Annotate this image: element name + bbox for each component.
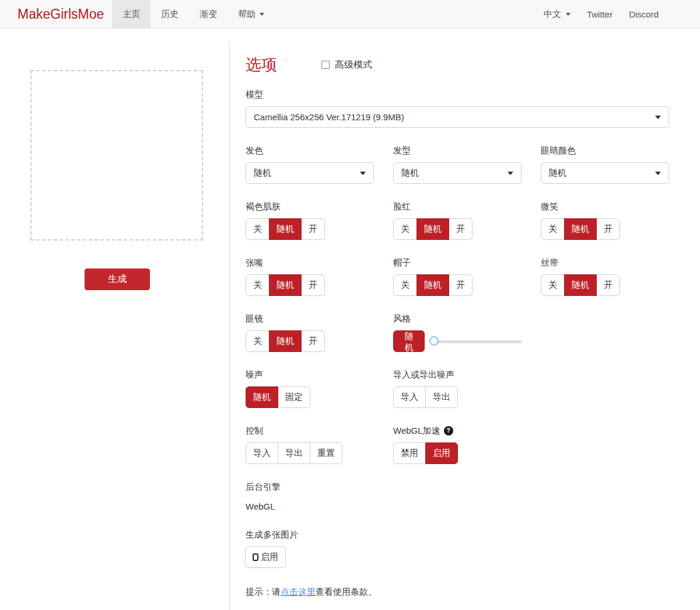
tab-help[interactable]: 帮助 bbox=[228, 0, 275, 28]
noise-io-group: 导入 导出 bbox=[393, 386, 458, 408]
blush-random-button[interactable]: 随机 bbox=[416, 218, 449, 240]
eye-color-label: 眼睛颜色 bbox=[541, 144, 669, 156]
multi-image-enable-button[interactable]: 启用 bbox=[245, 546, 286, 568]
open-mouth-on-button[interactable]: 开 bbox=[301, 274, 325, 296]
noise-export-button[interactable]: 导出 bbox=[425, 386, 458, 408]
glasses-toggle: 关 随机 开 bbox=[246, 330, 325, 352]
main-content: 生成 选项 高级模式 模型 Camellia 256x256 Ver.17121… bbox=[0, 42, 700, 610]
tab-help-label: 帮助 bbox=[238, 9, 256, 20]
style-random-button[interactable]: 随机 bbox=[393, 330, 425, 352]
eye-color-select[interactable]: 随机 bbox=[541, 162, 669, 184]
tab-home[interactable]: 主页 bbox=[112, 0, 150, 28]
noise-random-button[interactable]: 随机 bbox=[246, 386, 278, 408]
ribbon-off-button[interactable]: 关 bbox=[541, 274, 565, 296]
dark-skin-label: 褐色肌肤 bbox=[246, 200, 374, 212]
hat-on-button[interactable]: 开 bbox=[449, 274, 473, 296]
multi-image-label: 生成多张图片 bbox=[246, 528, 700, 541]
hat-off-button[interactable]: 关 bbox=[393, 274, 417, 296]
smile-random-button[interactable]: 随机 bbox=[564, 218, 597, 240]
control-export-button[interactable]: 导出 bbox=[278, 442, 310, 464]
advanced-mode-toggle[interactable]: 高级模式 bbox=[321, 59, 372, 71]
smile-off-button[interactable]: 关 bbox=[541, 218, 565, 240]
hair-style-value: 随机 bbox=[401, 168, 419, 179]
blush-toggle: 关 随机 开 bbox=[393, 218, 473, 240]
blush-label: 脸红 bbox=[393, 200, 522, 212]
glasses-on-button[interactable]: 开 bbox=[301, 330, 325, 352]
style-label: 风格 bbox=[393, 312, 522, 325]
webgl-disable-button[interactable]: 禁用 bbox=[393, 442, 426, 464]
dark-skin-off-button[interactable]: 关 bbox=[246, 218, 270, 240]
chevron-down-icon bbox=[508, 172, 513, 175]
language-label: 中文 bbox=[544, 9, 561, 20]
tab-home-label: 主页 bbox=[123, 9, 140, 20]
noise-import-button[interactable]: 导入 bbox=[393, 386, 426, 408]
noise-toggle: 随机 固定 bbox=[246, 386, 310, 408]
image-placeholder bbox=[30, 70, 203, 240]
tab-transition[interactable]: 渐变 bbox=[189, 0, 228, 28]
glasses-off-button[interactable]: 关 bbox=[246, 330, 270, 352]
ribbon-on-button[interactable]: 开 bbox=[596, 274, 620, 296]
model-label: 模型 bbox=[246, 88, 700, 100]
options-title: 选项 bbox=[246, 54, 277, 75]
webgl-label-row: WebGL加速 ? bbox=[393, 424, 522, 437]
tab-history[interactable]: 历史 bbox=[150, 0, 189, 28]
backend-label: 后台引擎 bbox=[246, 480, 700, 493]
hair-color-label: 发色 bbox=[246, 144, 374, 156]
hat-toggle: 关 随机 开 bbox=[393, 274, 473, 296]
smile-label: 微笑 bbox=[541, 200, 669, 212]
blush-on-button[interactable]: 开 bbox=[449, 218, 473, 240]
chevron-down-icon bbox=[655, 172, 661, 175]
eye-color-value: 随机 bbox=[549, 168, 566, 179]
multi-image-enable-label: 启用 bbox=[261, 552, 278, 563]
hair-style-select[interactable]: 随机 bbox=[393, 162, 522, 184]
options-header: 选项 高级模式 bbox=[246, 54, 700, 75]
terms-link[interactable]: 点击这里 bbox=[281, 587, 316, 597]
blush-off-button[interactable]: 关 bbox=[393, 218, 417, 240]
model-select[interactable]: Camellia 256x256 Ver.171219 (9.9MB) bbox=[246, 106, 669, 128]
dark-skin-on-button[interactable]: 开 bbox=[301, 218, 325, 240]
open-mouth-toggle: 关 随机 开 bbox=[246, 274, 325, 296]
language-dropdown[interactable]: 中文 bbox=[544, 9, 570, 20]
twitter-link[interactable]: Twitter bbox=[587, 9, 612, 19]
glasses-random-button[interactable]: 随机 bbox=[269, 330, 302, 352]
style-slider[interactable] bbox=[429, 336, 522, 347]
square-outline-icon bbox=[253, 553, 258, 561]
open-mouth-label: 张嘴 bbox=[246, 256, 374, 269]
webgl-enable-button[interactable]: 启用 bbox=[425, 442, 458, 464]
control-reset-button[interactable]: 重置 bbox=[310, 442, 342, 464]
hat-random-button[interactable]: 随机 bbox=[416, 274, 449, 296]
style-slider-thumb[interactable] bbox=[429, 336, 439, 346]
noise-label: 噪声 bbox=[246, 368, 374, 381]
open-mouth-random-button[interactable]: 随机 bbox=[269, 274, 302, 296]
generate-button[interactable]: 生成 bbox=[85, 269, 150, 290]
advanced-mode-checkbox[interactable] bbox=[321, 61, 330, 69]
backend-value: WebGL bbox=[246, 501, 700, 511]
discord-link[interactable]: Discord bbox=[629, 9, 659, 19]
style-slider-track[interactable] bbox=[434, 340, 522, 343]
open-mouth-off-button[interactable]: 关 bbox=[246, 274, 270, 296]
hat-label: 帽子 bbox=[393, 256, 522, 269]
advanced-mode-label: 高级模式 bbox=[335, 59, 372, 71]
noise-io-label: 导入或导出噪声 bbox=[393, 368, 522, 381]
ribbon-random-button[interactable]: 随机 bbox=[564, 274, 597, 296]
hair-color-select[interactable]: 随机 bbox=[246, 162, 374, 184]
ribbon-label: 丝带 bbox=[541, 256, 669, 269]
brand-logo[interactable]: MakeGirlsMoe bbox=[18, 0, 104, 28]
dark-skin-random-button[interactable]: 随机 bbox=[269, 218, 302, 240]
nav-tabs: 主页 历史 渐变 帮助 bbox=[112, 0, 275, 28]
smile-on-button[interactable]: 开 bbox=[596, 218, 620, 240]
navbar: MakeGirlsMoe 主页 历史 渐变 帮助 中文 Twitter Disc… bbox=[0, 0, 700, 29]
chevron-down-icon bbox=[260, 13, 264, 16]
tip-prefix: 提示：请 bbox=[246, 587, 281, 597]
help-question-icon[interactable]: ? bbox=[444, 426, 453, 435]
chevron-down-icon bbox=[360, 172, 366, 175]
hair-color-value: 随机 bbox=[254, 168, 271, 179]
control-group: 导入 导出 重置 bbox=[246, 442, 342, 464]
dark-skin-toggle: 关 随机 开 bbox=[246, 218, 325, 240]
tip-suffix: 查看使用条款。 bbox=[316, 587, 377, 597]
noise-fixed-button[interactable]: 固定 bbox=[278, 386, 310, 408]
control-import-button[interactable]: 导入 bbox=[246, 442, 278, 464]
chevron-down-icon bbox=[655, 116, 661, 119]
hair-style-label: 发型 bbox=[393, 144, 522, 156]
preview-panel: 生成 bbox=[0, 42, 230, 610]
